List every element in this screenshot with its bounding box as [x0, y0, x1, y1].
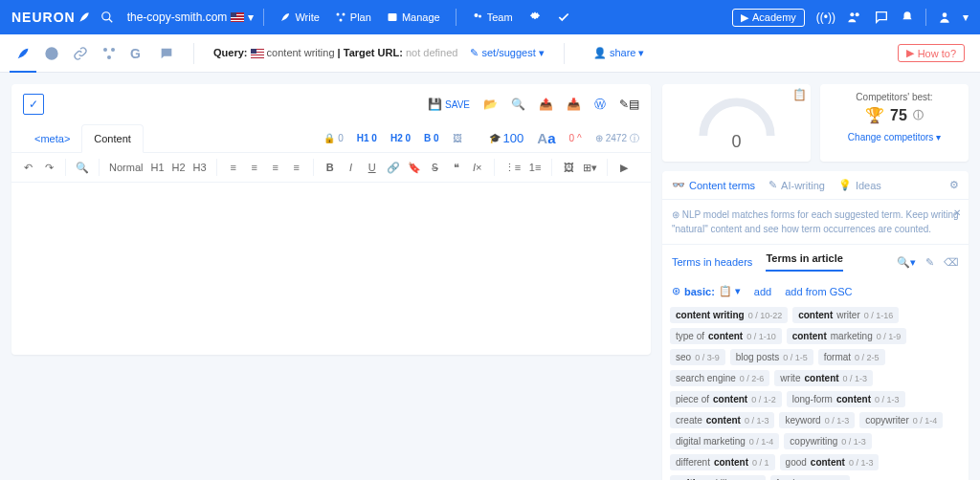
wordpress-icon[interactable]: Ⓦ: [594, 97, 606, 113]
redo-button[interactable]: ↷: [42, 162, 56, 174]
chat-icon[interactable]: [874, 10, 889, 25]
bookmark-button[interactable]: 🔖: [408, 162, 421, 174]
broadcast-icon[interactable]: ((•)): [816, 11, 835, 24]
align-justify[interactable]: ≡: [290, 162, 303, 173]
share-link[interactable]: 👤 share ▾: [593, 47, 645, 59]
term-chip[interactable]: type of content 0 / 1-10: [670, 328, 782, 344]
set-suggest-link[interactable]: ✎ set/suggest ▾: [470, 47, 544, 58]
change-competitors-link[interactable]: Change competitors ▾: [848, 132, 941, 142]
export-icon[interactable]: 📤: [539, 98, 553, 111]
mode-chat-icon[interactable]: [159, 46, 174, 61]
tab-content[interactable]: Content: [81, 124, 144, 153]
italic-button[interactable]: I: [345, 162, 358, 173]
subtab-headers[interactable]: Terms in headers: [672, 256, 752, 268]
term-chip[interactable]: keyword 0 / 1-3: [779, 412, 855, 428]
format-normal[interactable]: Normal: [109, 162, 143, 173]
image-button[interactable]: 🖼: [562, 162, 575, 173]
add-from-gsc[interactable]: add from GSC: [785, 286, 852, 297]
term-chip[interactable]: content writing 0 / 10-22: [670, 307, 788, 323]
svg-point-9: [850, 12, 854, 16]
term-chip[interactable]: content marketing 0 / 1-9: [787, 328, 907, 344]
align-center[interactable]: ≡: [248, 162, 261, 173]
flag-us-icon: [251, 49, 264, 58]
undo-button[interactable]: ↶: [21, 162, 34, 174]
tab-ai-writing[interactable]: ✎ AI-writing: [768, 179, 825, 191]
mode-link-icon[interactable]: [73, 46, 88, 61]
editor-body[interactable]: [11, 183, 651, 355]
domain-selector[interactable]: the-copy-smith.com ▾: [127, 11, 255, 24]
nav-manage[interactable]: Manage: [387, 11, 440, 23]
table-button[interactable]: ⊞▾: [583, 162, 597, 174]
term-chip[interactable]: different content 0 / 1: [670, 454, 775, 470]
format-h1[interactable]: H1: [150, 162, 164, 173]
logo[interactable]: NEURON: [11, 10, 91, 25]
select-all-checkbox[interactable]: ✓: [23, 94, 44, 115]
underline-button[interactable]: U: [366, 162, 379, 173]
magic-icon[interactable]: ✎▤: [619, 98, 639, 111]
term-chip[interactable]: copywriter 0 / 1-4: [859, 412, 943, 428]
people-icon[interactable]: [847, 10, 862, 25]
preview-icon[interactable]: 🔍: [511, 98, 525, 111]
close-hint[interactable]: ✕: [953, 206, 961, 220]
mode-google-icon[interactable]: G: [130, 46, 145, 61]
format-h3[interactable]: H3: [193, 162, 207, 173]
align-right[interactable]: ≡: [269, 162, 282, 173]
import-icon[interactable]: 📥: [567, 98, 581, 111]
user-icon[interactable]: [938, 11, 951, 24]
search-button[interactable]: 🔍: [76, 162, 89, 174]
gear-icon[interactable]: [528, 11, 542, 24]
filter-icon[interactable]: 🔍▾: [897, 256, 916, 269]
term-chip[interactable]: piece of content 0 / 1-2: [670, 391, 782, 407]
strike-button[interactable]: S̶: [429, 162, 442, 174]
align-left[interactable]: ≡: [227, 162, 240, 173]
subtab-article[interactable]: Terms in article: [766, 252, 843, 272]
nav-plan[interactable]: Plan: [335, 11, 371, 23]
mode-write-icon[interactable]: [15, 46, 31, 61]
quote-button[interactable]: ❝: [450, 162, 463, 174]
term-chip[interactable]: format 0 / 2-5: [818, 349, 885, 365]
term-chip[interactable]: digital marketing 0 / 1-4: [670, 433, 779, 449]
term-chip[interactable]: write content 0 / 1-3: [774, 370, 873, 386]
term-chip[interactable]: copywriting 0 / 1-3: [784, 433, 872, 449]
academy-button[interactable]: ▶Academy: [732, 9, 805, 27]
svg-point-0: [101, 12, 109, 20]
mode-pie-icon[interactable]: [44, 46, 59, 61]
term-chip[interactable]: long-form content 0 / 1-3: [787, 391, 905, 407]
term-chip[interactable]: blog posts 0 / 1-5: [730, 349, 813, 365]
term-chip[interactable]: content writer 0 / 1-16: [792, 307, 899, 323]
term-chip[interactable]: good content 0 / 1-3: [780, 454, 880, 470]
tab-content-terms[interactable]: 👓 Content terms: [672, 179, 755, 191]
bold-button[interactable]: B: [323, 162, 337, 173]
term-chip[interactable]: writing skills 0 / 1-2: [670, 475, 766, 480]
term-chip[interactable]: freelance 0 / 1-3: [770, 475, 850, 480]
edit-icon[interactable]: ✎: [925, 256, 934, 269]
list-ul[interactable]: ⋮≡: [504, 162, 521, 174]
clear-button[interactable]: I×: [471, 162, 484, 173]
save-button[interactable]: 💾 SAVE: [428, 98, 470, 111]
tab-meta[interactable]: <meta>: [23, 125, 81, 152]
video-button[interactable]: ▶: [617, 162, 631, 174]
user-menu-chevron[interactable]: ▾: [963, 11, 969, 24]
bell-icon[interactable]: [901, 11, 914, 24]
query-info: Query: content writing | Target URL: not…: [213, 47, 545, 59]
competitors-card: Competitors' best: 🏆75ⓘ Change competito…: [820, 84, 969, 162]
clipboard-icon[interactable]: 📋: [792, 88, 807, 101]
term-chip[interactable]: search engine 0 / 2-6: [670, 370, 769, 386]
add-term[interactable]: add: [754, 286, 771, 297]
check-icon[interactable]: [557, 11, 570, 24]
open-icon[interactable]: 📂: [483, 98, 498, 111]
mode-nodes-icon[interactable]: [101, 46, 117, 61]
search-icon[interactable]: [100, 11, 114, 24]
term-chip[interactable]: create content 0 / 1-3: [670, 412, 774, 428]
howto-button[interactable]: ▶How to?: [898, 44, 965, 62]
basic-toggle[interactable]: ⊛ basic: 📋 ▾: [672, 285, 741, 297]
term-chip[interactable]: seo 0 / 3-9: [670, 349, 725, 365]
link-button[interactable]: 🔗: [387, 162, 400, 174]
eraser-icon[interactable]: ⌫: [944, 256, 959, 269]
settings-icon[interactable]: ⚙: [949, 179, 959, 191]
nav-team[interactable]: Team: [472, 11, 513, 23]
nav-write[interactable]: Write: [279, 11, 319, 23]
tab-ideas[interactable]: 💡 Ideas: [838, 179, 881, 191]
format-h2[interactable]: H2: [172, 162, 186, 173]
list-ol[interactable]: 1≡: [528, 162, 542, 173]
